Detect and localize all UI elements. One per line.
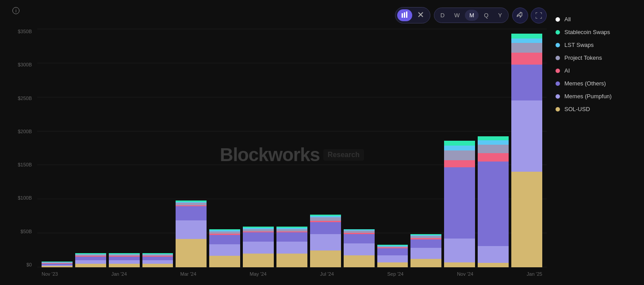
legend-label-lst: LST Swaps <box>564 42 594 48</box>
bar-segment <box>444 150 475 160</box>
bar-segment <box>109 260 140 264</box>
bar-segment <box>511 43 542 53</box>
bar-stack <box>377 243 408 267</box>
legend-label-memes-others: Memes (Others) <box>564 80 606 87</box>
y-label-150: $150B <box>18 162 32 167</box>
bar-stack <box>344 229 375 267</box>
bar-segment <box>410 259 441 267</box>
bar-segment <box>310 222 341 234</box>
chart-type-toggle <box>395 7 430 23</box>
scatter-chart-button[interactable] <box>413 9 428 21</box>
bar-stack <box>75 248 106 267</box>
bar-segment <box>243 254 274 267</box>
legend-label-project: Project Tokens <box>564 54 602 61</box>
controls: D W M Q Y <box>395 7 547 23</box>
bar-segment <box>444 262 475 267</box>
x-labels: Nov '23 Jan '24 Mar '24 May '24 Jul '24 … <box>42 271 542 277</box>
y-label-250: $250B <box>18 96 32 101</box>
bar-segment <box>444 141 475 146</box>
bar-segment <box>478 140 509 145</box>
y-axis: $350B $300B $250B $200B $150B $100B $50B… <box>9 29 35 267</box>
bar-stack <box>142 248 173 267</box>
legend-label-all: All <box>564 16 571 23</box>
legend-dot-stablecoin <box>556 30 560 35</box>
bar-segment <box>511 65 542 100</box>
bar-segment <box>75 264 106 267</box>
y-label-0: $0 <box>27 262 32 267</box>
period-y-button[interactable]: Y <box>494 10 506 21</box>
bar-stack <box>176 200 207 267</box>
info-icon[interactable]: i <box>12 7 19 14</box>
x-label-sep24: Sep '24 <box>387 271 404 277</box>
bar-stack <box>243 227 274 267</box>
legend-item-memes-pumpfun: Memes (Pumpfun) <box>556 93 635 100</box>
legend-dot-lst <box>556 43 560 47</box>
chart-wrapper: $350B $300B $250B $200B $150B $100B $50B… <box>9 29 547 281</box>
legend-label-ai: AI <box>564 67 570 74</box>
bar-segment <box>377 255 408 262</box>
title-row: i <box>9 7 19 14</box>
bar-segment <box>276 232 307 242</box>
bar-segment <box>176 206 207 220</box>
bar-segment <box>511 34 542 39</box>
bar-segment <box>243 232 274 242</box>
legend-dot-solusd <box>556 107 560 112</box>
bar-stack <box>511 34 542 267</box>
bar-segment <box>478 145 509 153</box>
bar-stack <box>276 227 307 267</box>
bar-segment <box>209 256 240 267</box>
bar-segment <box>478 162 509 246</box>
bar-segment <box>310 250 341 267</box>
bar-segment <box>243 242 274 253</box>
bar-segment <box>444 160 475 167</box>
bar-segment <box>444 167 475 239</box>
bar-segment <box>410 239 441 248</box>
bar-stack <box>42 260 73 267</box>
chart-header: i D <box>9 7 547 23</box>
fullscreen-button[interactable] <box>531 8 547 23</box>
bar-segment <box>176 220 207 239</box>
bar-segment <box>310 217 341 221</box>
legend-item-all: All <box>556 16 635 23</box>
legend-dot-ai <box>556 69 560 73</box>
bar-segment <box>410 248 441 258</box>
bar-segment <box>209 235 240 244</box>
period-d-button[interactable]: D <box>436 10 449 21</box>
legend-label-solusd: SOL-USD <box>564 106 590 112</box>
bar-stack <box>310 215 341 267</box>
x-label-nov24: Nov '24 <box>457 271 473 277</box>
share-button[interactable] <box>512 8 528 23</box>
bar-segment <box>478 153 509 162</box>
legend-dot-all <box>556 17 560 22</box>
period-w-button[interactable]: W <box>450 10 464 21</box>
x-label-nov23: Nov '23 <box>42 271 58 277</box>
y-label-100: $100B <box>18 195 32 200</box>
svg-rect-2 <box>406 12 407 18</box>
x-label-mar24: Mar '24 <box>180 271 196 277</box>
chart-area: i D <box>9 7 547 281</box>
bar-segment <box>344 234 375 243</box>
y-label-300: $300B <box>18 62 32 67</box>
action-buttons <box>512 8 547 23</box>
bar-segment <box>511 53 542 65</box>
period-m-button[interactable]: M <box>465 10 479 21</box>
bar-stack <box>109 248 140 267</box>
x-label-jan24: Jan '24 <box>111 271 127 277</box>
bar-segment <box>142 257 173 260</box>
y-label-50: $50B <box>20 229 32 234</box>
bar-segment <box>478 246 509 263</box>
bar-segment <box>109 264 140 267</box>
x-label-jan25: Jan '25 <box>527 271 542 277</box>
chart-inner: Blockworks Research Nov '23 Jan '24 Mar … <box>37 29 547 281</box>
bar-chart-button[interactable] <box>397 9 412 21</box>
bar-segment <box>142 264 173 267</box>
legend-item-memes-others: Memes (Others) <box>556 80 635 87</box>
bar-segment <box>511 39 542 43</box>
bar-segment <box>478 136 509 141</box>
bar-stack <box>410 234 441 267</box>
bar-segment <box>176 239 207 267</box>
legend-label-memes-pumpfun: Memes (Pumpfun) <box>564 93 612 100</box>
period-q-button[interactable]: Q <box>479 10 493 21</box>
bar-segment <box>444 146 475 150</box>
bar-segment <box>344 255 375 267</box>
